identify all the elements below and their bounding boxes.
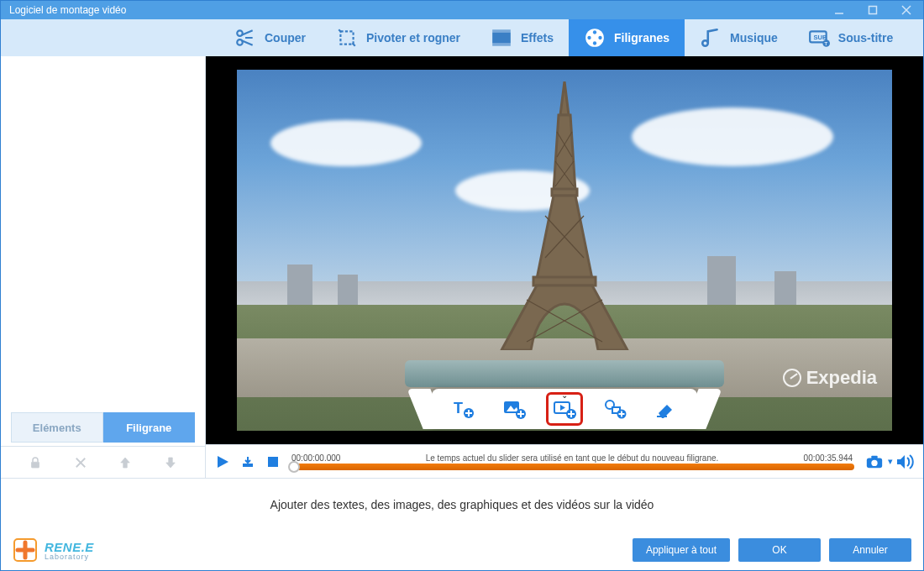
svg-rect-45	[268, 457, 278, 467]
svg-rect-7	[492, 33, 511, 44]
tab-rotate-crop[interactable]: Pivoter et rogner	[321, 19, 475, 56]
svg-rect-48	[871, 455, 877, 458]
expedia-logo-icon	[783, 369, 801, 387]
add-image-watermark-button[interactable]	[497, 394, 531, 424]
window-title: Logiciel de montage vidéo	[9, 4, 822, 16]
snapshot-dropdown-icon[interactable]: ▾	[888, 456, 893, 467]
video-stage: Expedia T ⌄	[206, 56, 923, 444]
watermark-toolbar: T ⌄	[432, 389, 697, 429]
crop-rotate-icon	[336, 27, 358, 49]
move-up-button[interactable]	[113, 451, 137, 474]
brand-subtitle: Laboratory	[45, 553, 94, 561]
preview-column: Expedia T ⌄	[206, 56, 923, 478]
tab-music-label: Musique	[730, 31, 778, 45]
add-video-watermark-button[interactable]: ⌄	[548, 394, 581, 424]
expedia-watermark: Expedia	[783, 367, 877, 389]
timeline: 00:00:00.000 Le temps actuel du slider s…	[206, 444, 923, 478]
svg-point-12	[598, 36, 601, 39]
timeline-info: 00:00:00.000 Le temps actuel du slider s…	[290, 453, 854, 470]
add-text-watermark-button[interactable]: T	[447, 394, 480, 424]
tab-subtitle-label: Sous-titre	[838, 31, 893, 45]
export-frame-button[interactable]	[239, 453, 256, 470]
main-area: Eléments Filigrane	[1, 56, 923, 478]
tab-effects[interactable]: Effets	[475, 19, 569, 56]
description-text: Ajouter des textes, des images, des grap…	[1, 479, 923, 530]
svg-point-47	[871, 459, 877, 465]
timeline-track[interactable]	[290, 464, 854, 470]
chevron-down-icon: ⌄	[561, 390, 568, 400]
video-frame[interactable]: Expedia T ⌄	[237, 70, 892, 431]
sidebar-tab-elements[interactable]: Eléments	[11, 412, 103, 443]
delete-button[interactable]	[69, 451, 92, 474]
tab-cut[interactable]: Couper	[219, 19, 321, 56]
svg-text:T: T	[454, 400, 463, 416]
expedia-text: Expedia	[806, 367, 877, 389]
svg-rect-8	[492, 29, 511, 32]
sidebar-actions	[1, 446, 205, 478]
eraser-button[interactable]	[648, 394, 682, 424]
brand-logo-icon	[13, 537, 38, 563]
brand-logo: RENE.E Laboratory	[13, 537, 94, 563]
svg-marker-43	[218, 456, 228, 468]
main-toolbar: Couper Pivoter et rogner Effets Filigran…	[1, 19, 923, 56]
tab-cut-label: Couper	[265, 31, 306, 45]
svg-point-11	[593, 30, 596, 34]
sidebar-tab-watermark[interactable]: Filigrane	[103, 412, 196, 443]
tab-subtitle[interactable]: SUBT Sous-titre	[793, 19, 908, 56]
timeline-hint: Le temps actuel du slider sera utilisé e…	[340, 453, 803, 463]
stop-button[interactable]	[265, 453, 281, 470]
bottom-panel: Ajouter des textes, des images, des grap…	[1, 478, 923, 570]
svg-rect-6	[340, 31, 353, 44]
time-end: 00:00:35.944	[804, 453, 853, 463]
cancel-button[interactable]: Annuler	[829, 538, 911, 562]
eiffel-tower-graphic	[493, 81, 636, 354]
minimize-button[interactable]	[822, 1, 856, 19]
titlebar: Logiciel de montage vidéo	[1, 1, 923, 19]
play-button[interactable]	[214, 453, 231, 470]
app-window: Logiciel de montage vidéo Couper Pivoter…	[0, 0, 924, 571]
sidebar: Eléments Filigrane	[1, 56, 206, 478]
music-note-icon	[700, 27, 722, 49]
scissors-icon	[234, 27, 256, 49]
brand-name: RENE.E	[45, 540, 94, 554]
move-down-button[interactable]	[159, 451, 182, 474]
add-shape-watermark-button[interactable]	[598, 394, 632, 424]
tab-effects-label: Effets	[521, 31, 554, 45]
svg-point-13	[593, 41, 596, 45]
sidebar-list	[1, 56, 205, 412]
subtitle-icon: SUBT	[808, 27, 830, 49]
volume-button[interactable]	[895, 453, 915, 470]
film-reel-icon	[584, 27, 606, 49]
close-button[interactable]	[890, 1, 923, 19]
lock-button[interactable]	[24, 451, 47, 474]
snapshot-button[interactable]	[863, 453, 886, 470]
svg-rect-44	[243, 464, 253, 467]
timeline-thumb[interactable]	[288, 461, 300, 473]
tab-watermarks-label: Filigranes	[614, 31, 669, 45]
ok-button[interactable]: OK	[738, 538, 821, 562]
tab-watermarks[interactable]: Filigranes	[569, 19, 685, 56]
apply-all-button[interactable]: Appliquer à tout	[633, 538, 730, 562]
timeline-right-controls: ▾	[863, 453, 915, 470]
maximize-button[interactable]	[856, 1, 890, 19]
tab-music[interactable]: Musique	[685, 19, 793, 56]
effects-icon	[491, 27, 512, 49]
tab-rotate-crop-label: Pivoter et rogner	[366, 31, 460, 45]
svg-point-14	[587, 36, 591, 39]
time-start: 00:00:00.000	[291, 453, 340, 463]
footer: RENE.E Laboratory Appliquer à tout OK An…	[1, 530, 923, 570]
svg-rect-9	[492, 44, 511, 46]
svg-rect-19	[31, 462, 39, 468]
svg-marker-38	[560, 405, 565, 411]
sidebar-tabs: Eléments Filigrane	[11, 412, 195, 443]
svg-rect-1	[869, 7, 877, 14]
svg-text:T: T	[824, 41, 827, 46]
